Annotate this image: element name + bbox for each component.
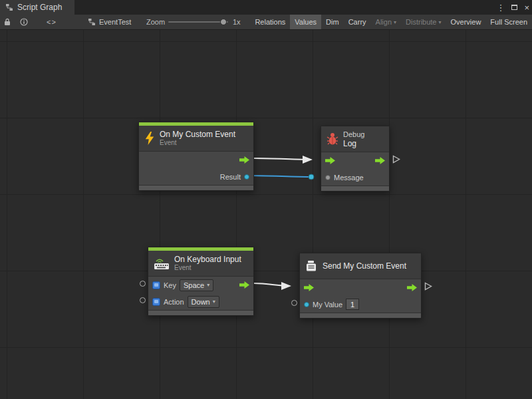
node-body: My Value 1 xyxy=(300,279,421,313)
action-port-label: Action xyxy=(164,298,184,306)
control-input-port[interactable] xyxy=(325,157,335,164)
dim-label: Dim xyxy=(326,18,339,26)
port-row: Result xyxy=(139,168,253,185)
node-body: Result xyxy=(139,151,253,185)
node-on-keyboard-input[interactable]: On Keyboard Input Event Key Space ▾ xyxy=(148,247,254,316)
node-body: Message xyxy=(321,152,389,186)
message-port-label: Message xyxy=(334,174,364,182)
overview-button[interactable]: Overview xyxy=(446,15,486,29)
carry-label: Carry xyxy=(348,18,366,26)
node-send-my-custom-event[interactable]: Send My Custom Event My Value 1 xyxy=(299,253,422,319)
port-row: Message xyxy=(321,169,389,186)
node-title: On Keyboard Input xyxy=(174,255,241,264)
relations-button[interactable]: Relations xyxy=(250,15,290,29)
zoom-slider-handle[interactable] xyxy=(220,19,227,25)
control-output-port[interactable] xyxy=(239,281,249,289)
message-input-port[interactable] xyxy=(325,175,331,180)
control-output-port[interactable] xyxy=(407,284,417,291)
code-view-label: <> xyxy=(47,18,57,26)
code-view-button[interactable]: <> xyxy=(47,15,57,29)
tab-script-graph[interactable]: Script Graph xyxy=(0,0,74,15)
tab-bar: Script Graph ⋮ × xyxy=(0,0,532,15)
values-button[interactable]: Values xyxy=(290,15,321,29)
info-button[interactable] xyxy=(20,15,28,29)
my-value-input-port-unconnected[interactable] xyxy=(291,300,297,306)
zoom-label-text: Zoom xyxy=(146,18,165,26)
node-title: Send My Custom Event xyxy=(323,261,406,271)
lock-icon xyxy=(4,18,11,26)
node-header: Debug Log xyxy=(321,126,389,152)
control-output-port[interactable] xyxy=(239,156,249,164)
graph-icon xyxy=(5,3,13,11)
node-subtitle: Event xyxy=(160,139,235,147)
action-dropdown[interactable]: Down ▾ xyxy=(188,296,219,308)
key-dropdown-value: Space xyxy=(184,281,204,289)
values-label: Values xyxy=(295,18,317,26)
chevron-down-icon: ▾ xyxy=(394,19,396,25)
window-root: Script Graph ⋮ × <> xyxy=(0,0,532,399)
my-value-input[interactable]: 1 xyxy=(346,299,359,310)
node-header: Send My Custom Event xyxy=(300,253,421,279)
port-row: My Value 1 xyxy=(300,296,421,313)
custom-event-icon xyxy=(305,260,318,273)
chevron-down-icon: ▾ xyxy=(207,282,209,288)
lock-button[interactable] xyxy=(4,15,11,29)
value-connection-endpoint[interactable] xyxy=(309,174,314,180)
node-footer xyxy=(321,186,389,191)
node-on-my-custom-event[interactable]: On My Custom Event Event Result xyxy=(138,122,254,191)
my-value-text: 1 xyxy=(350,301,354,309)
chevron-down-icon: ▾ xyxy=(213,299,215,305)
node-category: Debug xyxy=(343,130,364,139)
node-footer xyxy=(300,313,421,318)
window-menu-icon[interactable]: ⋮ xyxy=(496,3,505,13)
node-debug-log[interactable]: Debug Log Message xyxy=(321,126,390,192)
window-controls: ⋮ × xyxy=(496,0,529,15)
keyboard-icon xyxy=(154,257,170,270)
port-row: Action Down ▾ xyxy=(148,293,253,310)
port-row xyxy=(300,279,421,296)
connection-control-keyboard-to-send[interactable] xyxy=(254,283,290,286)
port-row xyxy=(139,152,253,168)
zoom-value-text: 1x xyxy=(233,18,241,26)
result-output-port[interactable] xyxy=(244,174,249,180)
action-input-port-unconnected[interactable] xyxy=(140,297,146,303)
lightning-icon xyxy=(144,132,155,145)
carry-button[interactable]: Carry xyxy=(344,15,371,29)
control-input-port[interactable] xyxy=(304,284,314,291)
relations-label: Relations xyxy=(255,18,285,26)
distribute-label: Distribute xyxy=(406,18,436,26)
graph-icon xyxy=(88,18,96,26)
node-footer xyxy=(139,185,253,190)
zoom-slider[interactable] xyxy=(168,15,228,29)
control-output-port[interactable] xyxy=(375,157,385,164)
unconnected-control-output-triangle[interactable] xyxy=(392,155,400,164)
toolbar-buttons: Relations Values Dim Carry Align ▾ Distr… xyxy=(250,15,532,29)
zoom-value: 1x xyxy=(233,15,241,29)
align-button[interactable]: Align ▾ xyxy=(371,15,401,29)
node-body: Key Space ▾ Action xyxy=(148,276,253,310)
maximize-icon[interactable] xyxy=(511,5,517,10)
key-dropdown[interactable]: Space ▾ xyxy=(180,279,213,291)
my-value-type-icon xyxy=(304,302,309,307)
keycode-type-icon xyxy=(152,281,160,289)
action-dropdown-value: Down xyxy=(192,298,210,306)
zoom-slider-track[interactable] xyxy=(168,21,228,23)
graph-canvas[interactable]: On My Custom Event Event Result xyxy=(0,30,532,399)
align-label: Align xyxy=(376,18,392,26)
graph-breadcrumb[interactable]: EventTest xyxy=(88,15,131,29)
key-input-port-unconnected[interactable] xyxy=(140,281,146,287)
result-port-label: Result xyxy=(220,173,241,181)
distribute-button[interactable]: Distribute ▾ xyxy=(401,15,446,29)
connection-value-result-to-message[interactable] xyxy=(247,176,310,177)
my-value-port-label: My Value xyxy=(313,301,342,309)
dim-button[interactable]: Dim xyxy=(321,15,344,29)
tab-title: Script Graph xyxy=(17,3,62,12)
connection-control-event-to-log[interactable] xyxy=(254,158,311,160)
full-screen-button[interactable]: Full Screen xyxy=(485,15,532,29)
unconnected-control-output-triangle[interactable] xyxy=(424,282,432,291)
node-title: On My Custom Event xyxy=(160,130,235,139)
close-icon[interactable]: × xyxy=(524,3,529,13)
zoom-label: Zoom xyxy=(146,15,165,29)
node-subtitle: Event xyxy=(174,264,241,272)
bug-icon xyxy=(327,132,338,146)
